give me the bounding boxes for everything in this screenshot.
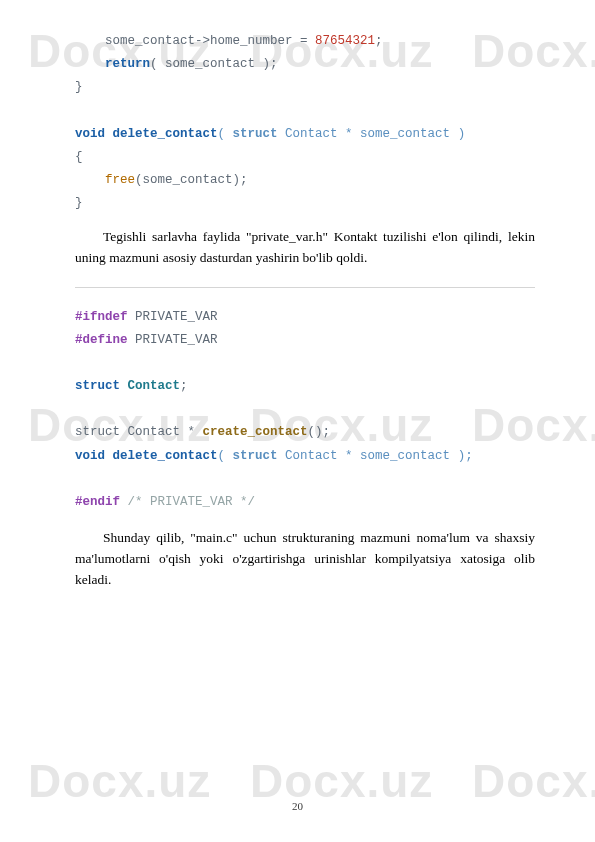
- code-text: ): [458, 127, 466, 141]
- code-text: {: [75, 150, 83, 164]
- code-text: );: [458, 449, 473, 463]
- function-name: delete_contact: [113, 127, 218, 141]
- comment: /* PRIVATE_VAR */: [128, 495, 256, 509]
- page-number: 20: [0, 800, 595, 812]
- keyword-struct: struct: [233, 449, 278, 463]
- code-text: [105, 127, 113, 141]
- code-text: [105, 449, 113, 463]
- keyword-struct: struct: [233, 127, 278, 141]
- code-text: some_contact->home_number =: [105, 34, 315, 48]
- keyword-void: void: [75, 449, 105, 463]
- type-name: Contact: [128, 379, 181, 393]
- code-text: PRIVATE_VAR: [128, 333, 218, 347]
- keyword-return: return: [105, 57, 150, 71]
- function-free: free: [105, 173, 135, 187]
- separator-line: [75, 287, 535, 288]
- code-text: ;: [375, 34, 383, 48]
- keyword-void: void: [75, 127, 105, 141]
- code-text: ( some_contact );: [150, 57, 278, 71]
- code-text: ();: [308, 425, 331, 439]
- param-text: Contact * some_contact: [278, 449, 458, 463]
- code-text: (: [218, 127, 233, 141]
- paragraph: Tegishli sarlavha faylida "private_var.h…: [75, 227, 535, 269]
- preprocessor-ifndef: #ifndef: [75, 310, 128, 324]
- param-text: Contact * some_contact: [278, 127, 458, 141]
- code-text: (: [218, 449, 233, 463]
- keyword-struct: struct: [75, 379, 120, 393]
- code-block-1: some_contact->home_number = 87654321; re…: [75, 30, 535, 215]
- code-text: }: [75, 196, 83, 210]
- preprocessor-define: #define: [75, 333, 128, 347]
- preprocessor-endif: #endif: [75, 495, 120, 509]
- code-text: ;: [180, 379, 188, 393]
- code-text: [120, 495, 128, 509]
- code-text: [120, 379, 128, 393]
- code-block-2: #ifndef PRIVATE_VAR #define PRIVATE_VAR …: [75, 306, 535, 514]
- code-text: PRIVATE_VAR: [128, 310, 218, 324]
- function-name: delete_contact: [113, 449, 218, 463]
- code-text: struct Contact *: [75, 425, 203, 439]
- page-content: some_contact->home_number = 87654321; re…: [0, 0, 595, 591]
- code-text: }: [75, 80, 83, 94]
- function-name: create_contact: [203, 425, 308, 439]
- code-text: (some_contact);: [135, 173, 248, 187]
- paragraph: Shunday qilib, "main.c" uchun strukturan…: [75, 528, 535, 591]
- number-literal: 87654321: [315, 34, 375, 48]
